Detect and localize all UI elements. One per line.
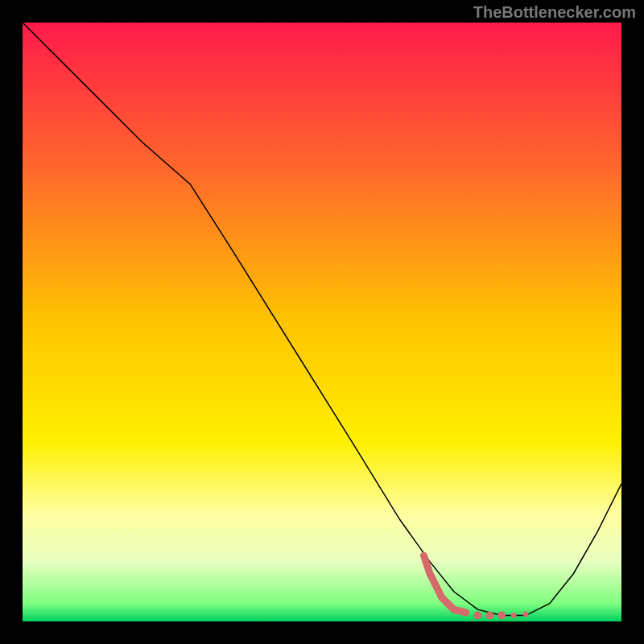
optimal-zone-dot bbox=[497, 612, 506, 620]
watermark-text: TheBottlenecker.com bbox=[473, 3, 636, 22]
chart-svg bbox=[23, 23, 621, 621]
optimal-zone-dot bbox=[485, 612, 493, 620]
optimal-zone-dot bbox=[473, 612, 481, 620]
optimal-zone-dot bbox=[522, 612, 528, 617]
chart-area bbox=[23, 23, 621, 621]
optimal-zone-dot bbox=[511, 613, 517, 618]
